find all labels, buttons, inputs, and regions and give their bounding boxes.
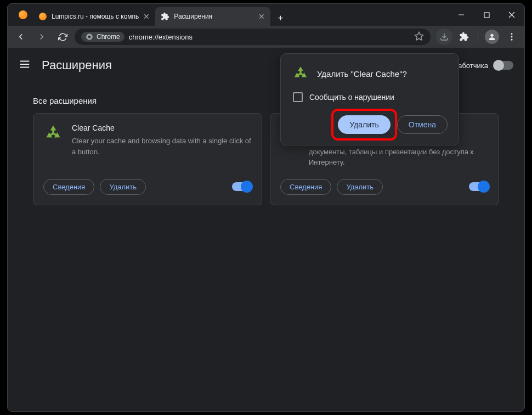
page-title: Расширения (42, 58, 112, 72)
close-icon[interactable]: ✕ (258, 12, 265, 21)
extension-name: Clear Cache (72, 124, 252, 132)
toolbar: Chrome chrome://extensions (8, 26, 524, 48)
svg-rect-1 (484, 13, 489, 18)
lumpics-tab-favicon (38, 12, 47, 21)
tab-title: Lumpics.ru - помощь с компь (52, 13, 139, 20)
svg-point-10 (511, 39, 513, 41)
svg-point-5 (88, 36, 91, 38)
close-icon[interactable]: ✕ (143, 12, 150, 21)
details-button[interactable]: Сведения (43, 179, 94, 195)
bookmark-star-icon[interactable] (414, 31, 424, 43)
recycle-icon (292, 65, 309, 82)
svg-marker-6 (415, 32, 423, 40)
report-abuse-checkbox[interactable] (293, 92, 303, 102)
puzzle-icon (161, 12, 169, 21)
report-abuse-label: Сообщить о нарушении (309, 93, 394, 102)
dev-mode-toggle[interactable] (494, 61, 513, 70)
enable-toggle[interactable] (469, 182, 489, 191)
cancel-button[interactable]: Отмена (397, 115, 448, 134)
chip-label: Chrome (97, 33, 120, 41)
remove-extension-dialog: Удалить "Clear Cache"? Сообщить о наруше… (280, 53, 459, 145)
divider (478, 31, 478, 42)
enable-toggle[interactable] (232, 182, 252, 191)
toolbar-right (434, 29, 520, 45)
tab-extensions[interactable]: Расширения ✕ (155, 7, 270, 26)
hamburger-icon[interactable] (19, 58, 31, 72)
recycle-icon (43, 124, 63, 143)
menu-button[interactable] (503, 29, 520, 45)
details-button[interactable]: Сведения (280, 179, 331, 195)
tab-lumpics[interactable]: Lumpics.ru - помощь с компь ✕ (33, 7, 155, 26)
downloads-icon[interactable] (436, 29, 452, 45)
svg-point-7 (490, 34, 493, 37)
dialog-title: Удалить "Clear Cache"? (317, 69, 407, 78)
address-bar[interactable]: Chrome chrome://extensions (75, 29, 431, 45)
maximize-button[interactable] (474, 4, 499, 26)
svg-point-8 (511, 33, 513, 35)
confirm-remove-button[interactable]: Удалить (338, 115, 390, 134)
tab-title: Расширения (174, 13, 254, 20)
minimize-button[interactable] (449, 4, 474, 26)
window-controls (449, 4, 524, 26)
svg-point-9 (511, 36, 513, 38)
extension-card-clear-cache: Clear Cache Clear your cache and browsin… (33, 113, 262, 205)
back-button[interactable] (12, 28, 30, 46)
chrome-chip: Chrome (81, 32, 124, 42)
extensions-icon[interactable] (456, 29, 472, 45)
browser-window: Lumpics.ru - помощь с компь ✕ Расширения… (7, 3, 525, 412)
extension-description: Clear your cache and browsing data with … (72, 136, 252, 157)
titlebar: Lumpics.ru - помощь с компь ✕ Расширения… (8, 4, 524, 26)
remove-button[interactable]: Удалить (337, 179, 383, 195)
new-tab-button[interactable]: + (273, 10, 288, 26)
forward-button[interactable] (33, 28, 50, 46)
tab-search-button[interactable] (13, 4, 33, 26)
profile-button[interactable] (484, 29, 500, 45)
lumpics-favicon (19, 10, 27, 19)
remove-button[interactable]: Удалить (100, 179, 146, 195)
avatar (485, 30, 499, 44)
close-window-button[interactable] (499, 4, 524, 26)
reload-button[interactable] (54, 28, 71, 46)
url-text: chrome://extensions (129, 33, 193, 41)
